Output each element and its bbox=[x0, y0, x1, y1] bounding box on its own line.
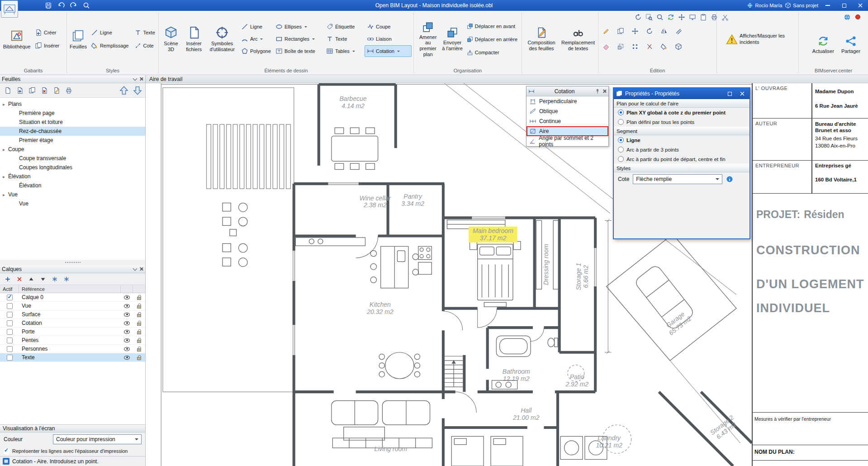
monitor-icon[interactable] bbox=[688, 12, 697, 22]
undo-icon[interactable] bbox=[57, 1, 65, 10]
edit-rotate-icon[interactable] bbox=[644, 25, 655, 37]
layer-visibility-icon[interactable] bbox=[124, 330, 130, 334]
edit-paint-icon[interactable] bbox=[658, 41, 670, 52]
user-symbols-button[interactable]: Symboles d'utilisateur bbox=[206, 24, 238, 54]
ribbon-drawing-tool[interactable]: Rectangles bbox=[273, 33, 324, 45]
sheet-styles-button[interactable]: Feuilles bbox=[69, 27, 88, 52]
layer-row[interactable]: Surface bbox=[0, 310, 145, 319]
layer-row[interactable]: Personnes bbox=[0, 345, 145, 353]
sheet-tree-item[interactable]: ▸ Vue bbox=[0, 190, 145, 199]
edit-erase-icon[interactable] bbox=[600, 41, 612, 52]
close-panel-icon[interactable] bbox=[139, 77, 143, 81]
print-icon[interactable] bbox=[709, 12, 719, 22]
thickness-checkbox[interactable] bbox=[4, 448, 9, 454]
edit-symmetry-icon[interactable] bbox=[658, 25, 670, 37]
edit-modify-icon[interactable] bbox=[600, 25, 612, 37]
sheet-delete-icon[interactable] bbox=[39, 86, 49, 95]
layer-row[interactable]: Cotation bbox=[0, 319, 145, 328]
cotation-toolbar-titlebar[interactable]: Cotation bbox=[526, 86, 608, 96]
fill-style-button[interactable]: Remplissage bbox=[89, 40, 131, 52]
sheet-tree-item[interactable]: ▸ Plans bbox=[0, 100, 145, 109]
layer-active-checkbox[interactable] bbox=[7, 295, 13, 300]
tree-caret-icon[interactable]: ▸ bbox=[3, 147, 6, 152]
sheet-tree-item[interactable]: ▸ Coupe transversale bbox=[0, 154, 145, 163]
tree-caret-icon[interactable]: ▸ bbox=[3, 102, 6, 107]
layer-print-config-icon[interactable] bbox=[62, 275, 71, 283]
layer-down-icon[interactable] bbox=[39, 275, 47, 283]
sheet-move-down-icon[interactable] bbox=[133, 86, 142, 95]
pin-icon[interactable] bbox=[594, 88, 601, 95]
close-icon[interactable] bbox=[737, 90, 747, 98]
sheet-tree-item[interactable]: ▸ Première page bbox=[0, 109, 145, 118]
cotation-menu-item[interactable]: Angle par sommet et 2 points bbox=[526, 136, 608, 146]
layer-visibility-icon[interactable] bbox=[124, 295, 130, 300]
sheet-new-icon[interactable] bbox=[3, 86, 13, 95]
radio-button[interactable] bbox=[618, 119, 624, 125]
layer-row[interactable]: Calque 0 bbox=[0, 293, 145, 302]
ribbon-drawing-tool[interactable]: Liaison bbox=[365, 33, 412, 45]
ribbon-drawing-tool[interactable]: Texte bbox=[324, 33, 365, 45]
tree-caret-icon[interactable]: ▸ bbox=[3, 174, 6, 179]
ribbon-drawing-tool[interactable]: Polygone bbox=[239, 45, 273, 57]
bimserver-globe-icon[interactable] bbox=[842, 12, 852, 22]
layer-row[interactable]: Vue bbox=[0, 302, 145, 310]
layer-active-checkbox[interactable] bbox=[7, 320, 13, 326]
bim-share-button[interactable]: Partager bbox=[838, 33, 863, 57]
ribbon-drawing-tool[interactable]: Cotation bbox=[365, 45, 412, 57]
project-selector[interactable]: Sans projet bbox=[785, 2, 818, 9]
search-icon[interactable] bbox=[82, 1, 90, 10]
layer-row[interactable]: Porte bbox=[0, 328, 145, 336]
plane-option[interactable]: Plan défini par tous les points bbox=[614, 117, 749, 127]
move-backward-button[interactable]: Déplacer en arrière bbox=[465, 33, 520, 45]
layer-lock-icon[interactable] bbox=[137, 340, 141, 343]
text-replace-button[interactable]: Remplacement de textes bbox=[560, 24, 596, 53]
sheet-tree-item[interactable]: ▸ Coupe bbox=[0, 145, 145, 154]
ribbon-drawing-tool[interactable]: Boîte de texte bbox=[273, 45, 324, 57]
redraw-icon[interactable] bbox=[666, 12, 675, 22]
color-mode-select[interactable]: Couleur pour impression bbox=[53, 434, 142, 444]
ribbon-drawing-tool[interactable]: Étiquette bbox=[324, 21, 365, 33]
collapse-panel-icon[interactable] bbox=[133, 76, 138, 81]
drawing-canvas[interactable]: Barbecue4.14 m2 Wine cellar2.38 m2 Pantr… bbox=[146, 83, 868, 466]
info-icon[interactable] bbox=[726, 176, 733, 183]
cotation-menu-item[interactable]: Continue bbox=[526, 116, 608, 126]
show-hide-incidents-button[interactable]: Afficher/Masquer les incidents bbox=[724, 33, 792, 45]
layer-visibility-icon[interactable] bbox=[124, 304, 130, 308]
layer-row[interactable]: Pentes bbox=[0, 336, 145, 345]
cotation-menu-item[interactable]: Perpendiculaire bbox=[526, 96, 608, 106]
compact-button[interactable]: Compacter bbox=[465, 47, 520, 58]
edit-array-icon[interactable] bbox=[629, 41, 641, 52]
radio-button[interactable] bbox=[618, 137, 624, 143]
collapse-panel-icon[interactable] bbox=[133, 266, 138, 271]
redo-icon[interactable] bbox=[70, 1, 78, 10]
maximize-icon[interactable] bbox=[725, 90, 735, 98]
record-icon[interactable] bbox=[853, 12, 863, 22]
tree-caret-icon[interactable]: ▸ bbox=[3, 192, 6, 197]
layer-lock-icon[interactable] bbox=[137, 297, 141, 300]
edit-scale-icon[interactable] bbox=[615, 41, 626, 52]
edit-move-icon[interactable] bbox=[629, 25, 641, 37]
ribbon-drawing-tool[interactable]: Ellipses bbox=[273, 21, 324, 33]
close-panel-icon[interactable] bbox=[139, 267, 143, 271]
layer-visibility-icon[interactable] bbox=[124, 356, 130, 360]
line-style-button[interactable]: Ligne bbox=[89, 27, 131, 38]
layer-delete-icon[interactable] bbox=[15, 275, 24, 283]
library-button[interactable]: Bibliothèque bbox=[2, 27, 32, 52]
send-to-back-button[interactable]: Envoyer à l'arrière bbox=[441, 24, 464, 53]
layer-lock-icon[interactable] bbox=[137, 331, 141, 334]
layer-active-checkbox[interactable] bbox=[7, 303, 13, 309]
sheet-move-up-icon[interactable] bbox=[119, 86, 129, 95]
scissors-icon[interactable] bbox=[720, 12, 730, 22]
radio-button[interactable] bbox=[618, 109, 624, 115]
save-icon[interactable] bbox=[44, 1, 52, 10]
ribbon-drawing-tool[interactable]: Tables bbox=[324, 45, 365, 57]
close-button[interactable] bbox=[854, 0, 867, 10]
segment-option[interactable]: Arc à partir du point de départ, centre … bbox=[614, 154, 749, 164]
edit-copy-icon[interactable] bbox=[615, 25, 626, 37]
sheet-tree-item[interactable]: ▸ Élévation bbox=[0, 181, 145, 190]
edit-3d-view-icon[interactable] bbox=[673, 41, 684, 52]
sheet-print-icon[interactable] bbox=[64, 86, 74, 95]
ribbon-drawing-tool[interactable]: Coupe bbox=[365, 21, 412, 33]
layer-row[interactable]: Texte bbox=[0, 353, 145, 362]
cote-style-button[interactable]: Cote bbox=[132, 40, 157, 52]
